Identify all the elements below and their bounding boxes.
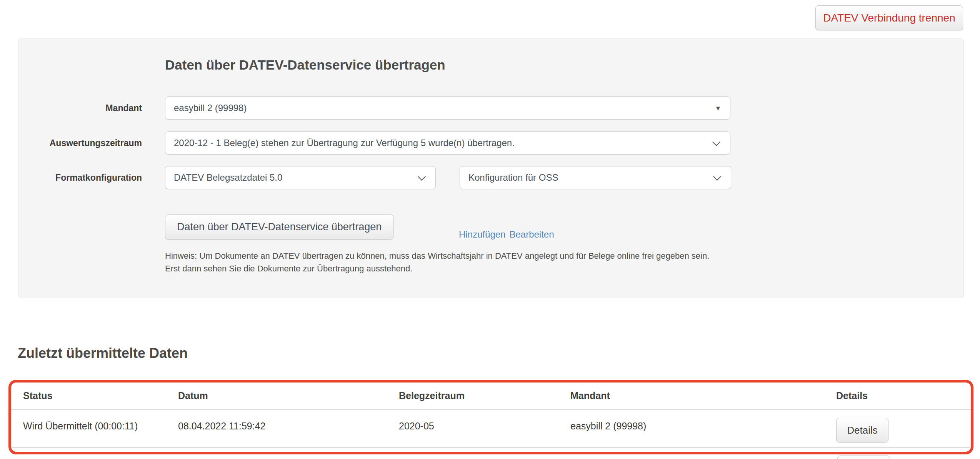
format-row: Formatkonfiguration DATEV Belegsatzdatei… <box>19 166 963 189</box>
mandant-select[interactable]: easybill 2 (99998) ▾ <box>165 96 730 120</box>
next-row-details-button[interactable]: Details <box>837 456 890 459</box>
col-header-mandant: Mandant <box>570 390 836 401</box>
dropdown-triangle-icon: ▾ <box>716 103 720 113</box>
row-mandant-cell: easybill 2 (99998) <box>570 410 836 447</box>
chevron-down-icon <box>418 173 426 181</box>
zeitraum-label: Auswertungszeitraum <box>19 138 142 148</box>
mandant-select-value: easybill 2 (99998) <box>174 103 247 113</box>
config-links: Hinzufügen Bearbeiten <box>459 229 554 240</box>
oss-config-select[interactable]: Konfiguration für OSS <box>460 166 731 189</box>
chevron-down-icon <box>713 173 721 181</box>
history-table-annotated: Status Datum Belegzeitraum Mandant Detai… <box>8 380 973 454</box>
chevron-down-icon <box>712 138 720 146</box>
format-select-value: DATEV Belegsatzdatei 5.0 <box>174 172 282 183</box>
format-select[interactable]: DATEV Belegsatzdatei 5.0 <box>165 166 436 189</box>
datev-disconnect-button[interactable]: DATEV Verbindung trennen <box>815 5 963 30</box>
history-table-header: Status Datum Belegzeitraum Mandant Detai… <box>11 382 971 410</box>
mandant-label: Mandant <box>19 103 142 113</box>
col-header-belegzeitraum: Belegzeitraum <box>399 390 570 401</box>
row-details-button[interactable]: Details <box>836 418 888 442</box>
col-header-details: Details <box>836 390 971 401</box>
panel-title: Daten über DATEV-Datenservice übertragen <box>165 57 445 73</box>
row-datum-cell: 08.04.2022 11:59:42 <box>178 410 399 447</box>
col-header-status: Status <box>23 390 178 401</box>
hint-line-2: Erst dann sehen Sie die Dokumente zur Üb… <box>165 262 709 275</box>
zeitraum-select[interactable]: 2020-12 - 1 Beleg(e) stehen zur Übertrag… <box>165 131 730 155</box>
table-row: Wird Übermittelt (00:00:11) 08.04.2022 1… <box>11 410 971 448</box>
format-label: Formatkonfiguration <box>19 173 142 183</box>
bearbeiten-link[interactable]: Bearbeiten <box>509 229 554 240</box>
history-title: Zuletzt übermittelte Daten <box>18 345 188 361</box>
col-header-datum: Datum <box>178 390 399 401</box>
transfer-submit-button[interactable]: Daten über DATEV-Datenservice übertragen <box>165 215 393 239</box>
zeitraum-select-value: 2020-12 - 1 Beleg(e) stehen zur Übertrag… <box>174 138 515 148</box>
zeitraum-row: Auswertungszeitraum 2020-12 - 1 Beleg(e)… <box>19 131 963 155</box>
hint-text: Hinweis: Um Dokumente an DATEV übertrage… <box>165 249 709 275</box>
row-status-cell: Wird Übermittelt (00:00:11) <box>23 410 178 447</box>
oss-config-select-value: Konfiguration für OSS <box>468 172 558 183</box>
transfer-panel: Daten über DATEV-Datenservice übertragen… <box>18 38 964 298</box>
hinzufuegen-link[interactable]: Hinzufügen <box>459 229 505 240</box>
row-belegzeitraum-cell: 2020-05 <box>399 410 570 447</box>
mandant-row: Mandant easybill 2 (99998) ▾ <box>19 96 963 120</box>
hint-line-1: Hinweis: Um Dokumente an DATEV übertrage… <box>165 249 709 262</box>
